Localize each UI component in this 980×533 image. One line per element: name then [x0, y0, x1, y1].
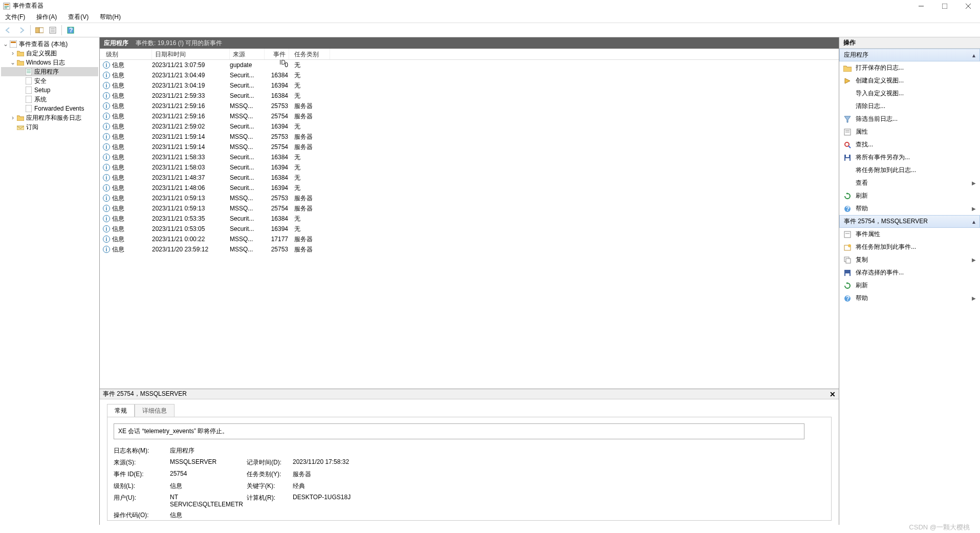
- table-row[interactable]: i信息 2023/11/21 1:58:03 Securit... 16394 …: [100, 162, 839, 173]
- table-row[interactable]: i信息 2023/11/21 0:59:13 MSSQ... 25753 服务器: [100, 193, 839, 203]
- table-row[interactable]: i信息 2023/11/21 0:59:13 MSSQ... 25754 服务器: [100, 203, 839, 214]
- action-item[interactable]: 事件属性: [839, 228, 980, 241]
- tree-app-service-logs[interactable]: › 应用程序和服务日志: [1, 113, 98, 122]
- table-row[interactable]: i信息 2023/11/21 2:59:33 Securit... 16384 …: [100, 91, 839, 101]
- nav-tree[interactable]: ⌄ 事件查看器 (本地) › 自定义视图 ⌄ Windows 日志 应用程序 安…: [0, 37, 100, 525]
- properties-button[interactable]: [47, 24, 59, 36]
- cell-datetime: 2023/11/21 3:07:59: [152, 61, 230, 69]
- table-row[interactable]: i信息 2023/11/21 1:59:14 MSSQ... 25754 服务器: [100, 142, 839, 152]
- maximize-button[interactable]: [933, 0, 956, 12]
- action-item[interactable]: 将任务附加到此事件...: [839, 241, 980, 253]
- menu-help[interactable]: 帮助(H): [98, 12, 123, 23]
- collapse-icon[interactable]: ▴: [972, 52, 975, 59]
- tree-setup[interactable]: Setup: [1, 86, 98, 95]
- table-row[interactable]: i信息 2023/11/21 1:58:33 Securit... 16384 …: [100, 152, 839, 162]
- table-row[interactable]: i信息 2023/11/20 23:59:12 MSSQ... 25753 服务…: [100, 244, 839, 254]
- content-header: 应用程序 事件数: 19,916 (!) 可用的新事件: [100, 37, 839, 49]
- close-button[interactable]: [956, 0, 980, 12]
- action-item[interactable]: 将所有事件另存为...: [839, 151, 980, 164]
- table-row[interactable]: i信息 2023/11/21 3:04:49 Securit... 16384 …: [100, 70, 839, 80]
- action-item[interactable]: 查看▶: [839, 177, 980, 189]
- action-label: 属性: [856, 127, 868, 136]
- nav-forward-button[interactable]: [15, 24, 28, 36]
- tree-subscriptions[interactable]: 订阅: [1, 122, 98, 132]
- cell-category: 服务器: [289, 245, 330, 254]
- table-row[interactable]: i信息 2023/11/21 2:59:16 MSSQ... 25754 服务器: [100, 111, 839, 121]
- lbl-source: 来源(S):: [114, 458, 170, 467]
- actions-section-event[interactable]: 事件 25754，MSSQLSERVER ▴: [839, 215, 980, 228]
- action-icon: ?: [843, 205, 852, 213]
- table-row[interactable]: i信息 2023/11/21 2:59:02 Securit... 16394 …: [100, 121, 839, 132]
- table-row[interactable]: i信息 2023/11/21 2:59:16 MSSQ... 25753 服务器: [100, 101, 839, 111]
- action-item[interactable]: 保存选择的事件...: [839, 266, 980, 279]
- action-icon: [843, 90, 852, 98]
- action-item[interactable]: 复制▶: [839, 253, 980, 266]
- expand-icon[interactable]: ⌄: [2, 40, 9, 48]
- nav-back-button[interactable]: [2, 24, 14, 36]
- table-row[interactable]: i信息 2023/11/21 3:04:19 Securit... 16394 …: [100, 80, 839, 91]
- info-icon: i: [103, 92, 110, 99]
- expand-icon[interactable]: ›: [9, 114, 16, 121]
- col-eventid[interactable]: 事件 ID: [265, 49, 289, 59]
- action-item[interactable]: ?帮助▶: [839, 292, 980, 305]
- col-category[interactable]: 任务类别: [289, 49, 330, 59]
- menu-file[interactable]: 文件(F): [3, 12, 27, 23]
- detail-close-icon[interactable]: ✕: [830, 390, 836, 398]
- action-item[interactable]: 刷新: [839, 279, 980, 292]
- tree-windows-logs[interactable]: ⌄ Windows 日志: [1, 58, 98, 67]
- cell-level: i信息: [103, 71, 152, 80]
- cell-level: i信息: [103, 92, 152, 100]
- svg-rect-42: [846, 259, 851, 263]
- table-row[interactable]: i信息 2023/11/21 0:53:35 Securit... 16384 …: [100, 214, 839, 224]
- col-datetime[interactable]: 日期和时间: [152, 49, 230, 59]
- col-level[interactable]: 级别: [103, 49, 152, 59]
- tree-custom-views[interactable]: › 自定义视图: [1, 49, 98, 58]
- help-button[interactable]: ?: [64, 24, 77, 36]
- menu-view[interactable]: 查看(V): [66, 12, 91, 23]
- expand-icon[interactable]: ›: [9, 50, 16, 57]
- action-item[interactable]: 筛选当前日志...: [839, 113, 980, 125]
- cell-datetime: 2023/11/21 1:58:03: [152, 164, 230, 171]
- action-item[interactable]: 查找...: [839, 138, 980, 151]
- action-item[interactable]: 清除日志...: [839, 100, 980, 113]
- subscription-icon: [16, 123, 25, 131]
- minimize-button[interactable]: [909, 0, 933, 12]
- tree-security[interactable]: 安全: [1, 76, 98, 86]
- cell-category: 服务器: [289, 133, 330, 141]
- cell-category: 服务器: [289, 204, 330, 213]
- lbl-level: 级别(L):: [114, 482, 170, 491]
- tab-details[interactable]: 详细信息: [135, 404, 175, 417]
- collapse-icon[interactable]: ▴: [972, 218, 975, 225]
- grid-body[interactable]: i信息 2023/11/21 3:07:59 gupdate 0 无i信息 20…: [100, 60, 839, 389]
- action-item[interactable]: 属性: [839, 125, 980, 138]
- action-item[interactable]: 将任务附加到此日志...: [839, 164, 980, 177]
- tree-root[interactable]: ⌄ 事件查看器 (本地): [1, 39, 98, 49]
- expand-icon[interactable]: ⌄: [9, 59, 16, 66]
- cell-level: i信息: [103, 215, 152, 223]
- menu-action[interactable]: 操作(A): [34, 12, 59, 23]
- table-row[interactable]: i信息 2023/11/21 1:48:06 Securit... 16394 …: [100, 183, 839, 193]
- detail-tabs: 常规 详细信息: [100, 399, 839, 417]
- col-source[interactable]: 来源: [230, 49, 265, 59]
- tree-forwarded[interactable]: Forwarded Events: [1, 104, 98, 113]
- table-row[interactable]: i信息 2023/11/21 1:48:37 Securit... 16384 …: [100, 173, 839, 183]
- chevron-right-icon: ▶: [972, 295, 976, 301]
- tree-system[interactable]: 系统: [1, 95, 98, 104]
- table-row[interactable]: i信息 2023/11/21 0:53:05 Securit... 16394 …: [100, 224, 839, 234]
- table-row[interactable]: i信息 2023/11/21 0:00:22 MSSQ... 17177 服务器: [100, 234, 839, 244]
- action-item[interactable]: 导入自定义视图...: [839, 87, 980, 100]
- action-item[interactable]: 创建自定义视图...: [839, 74, 980, 87]
- action-item[interactable]: 刷新: [839, 189, 980, 202]
- log-icon: [25, 104, 33, 113]
- show-hide-console-button[interactable]: [33, 24, 46, 36]
- tree-application[interactable]: 应用程序: [1, 67, 98, 76]
- action-item[interactable]: ?帮助▶: [839, 202, 980, 215]
- actions-section-app[interactable]: 应用程序 ▴: [839, 49, 980, 61]
- cell-source: MSSQ...: [230, 143, 265, 151]
- action-item[interactable]: 打开保存的日志...: [839, 61, 980, 74]
- table-row[interactable]: i信息 2023/11/21 1:59:14 MSSQ... 25753 服务器: [100, 132, 839, 142]
- table-row[interactable]: i信息 2023/11/21 3:07:59 gupdate 0 无: [100, 60, 839, 70]
- cell-level: i信息: [103, 102, 152, 111]
- lbl-eventid: 事件 ID(E):: [114, 470, 170, 479]
- tab-general[interactable]: 常规: [107, 404, 135, 417]
